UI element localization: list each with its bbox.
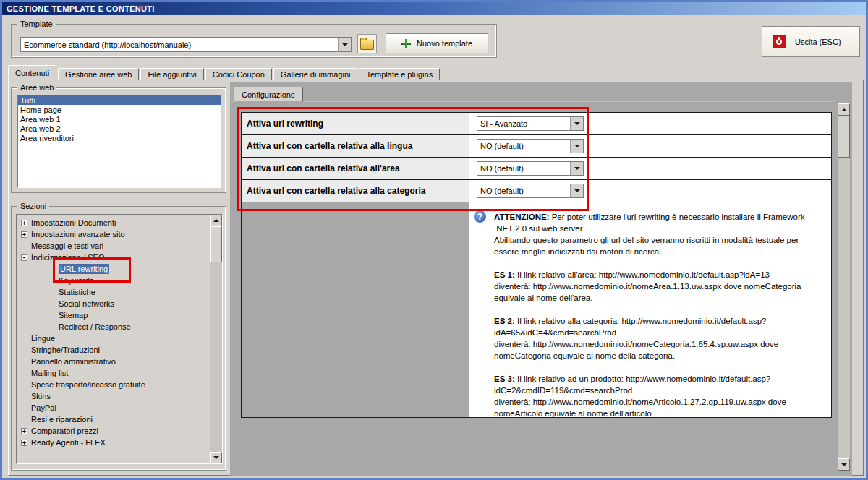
tab-label: Template e plugins	[366, 70, 433, 79]
tree-item-url-rewriting[interactable]: URL rewriting	[17, 263, 210, 275]
help-attention: ATTENZIONE: Per poter utilizzare l'url r…	[494, 211, 822, 257]
setting-row: Attiva url con cartella relativa all'are…	[242, 158, 831, 180]
scroll-up-button[interactable]	[838, 103, 850, 116]
scroll-up-button[interactable]	[210, 215, 222, 226]
expand-icon[interactable]: +	[21, 440, 27, 446]
tab-gestione-aree-web[interactable]: Gestione aree web	[58, 68, 139, 80]
setting-select-cartella-area[interactable]: NO (default)	[477, 161, 584, 176]
power-icon	[773, 35, 786, 48]
tab-gallerie-di-immagini[interactable]: Gallerie di immagini	[273, 68, 358, 80]
tree-item-label: URL rewriting	[59, 264, 109, 274]
setting-select-cartella-lingua[interactable]: NO (default)	[477, 139, 584, 153]
scroll-down-button[interactable]	[210, 452, 222, 463]
list-item-label: Area rivenditori	[20, 134, 74, 142]
chevron-down-icon[interactable]	[570, 162, 583, 175]
setting-value-cell: NO (default)	[469, 135, 831, 157]
help-panel: ? ATTENZIONE: Per poter utilizzare l'url…	[469, 202, 831, 417]
tree-item[interactable]: +Impostazioni avanzate sito	[17, 228, 210, 240]
scrollbar-thumb[interactable]	[210, 226, 222, 262]
exit-button[interactable]: Uscita (ESC)	[762, 26, 860, 57]
setting-value-cell: NO (default)	[469, 180, 831, 202]
sezioni-scrollbar[interactable]	[210, 215, 222, 463]
tree-item[interactable]: +Comparatori prezzi	[17, 425, 210, 437]
tree-item-label: Statistiche	[59, 288, 95, 296]
chevron-down-icon[interactable]	[570, 117, 583, 130]
tree-item[interactable]: +Impostazioni Documenti	[17, 217, 210, 228]
setting-value-cell: NO (default)	[469, 158, 831, 179]
template-select-value: Ecommerce standard (http://localhost/man…	[21, 38, 338, 51]
select-value: SI - Avanzato	[477, 117, 570, 130]
tree-item-label: Mailing list	[31, 369, 68, 377]
tree-item[interactable]: Social networks	[17, 298, 210, 309]
tree-item-label: Resi e riparazioni	[31, 415, 93, 424]
expand-icon[interactable]: +	[21, 231, 27, 238]
example-intro: Il link relativo alla categoria: http://…	[494, 317, 767, 337]
tree-item[interactable]: Pannello amministrativo	[17, 356, 210, 367]
template-group-label: Template	[17, 20, 56, 28]
tree-item[interactable]: Lingue	[17, 333, 210, 344]
tree-item[interactable]: Keywords	[17, 275, 210, 286]
tree-item[interactable]: Mailing list	[17, 367, 210, 379]
list-item-home-page[interactable]: Home page	[18, 105, 221, 114]
tree-item[interactable]: +Ready Agenti - FLEX	[17, 437, 210, 448]
tree-item-label: Pannello amministrativo	[31, 357, 116, 366]
scrollbar-vertical[interactable]	[838, 103, 850, 471]
chevron-down-icon[interactable]	[570, 184, 583, 197]
chevron-down-icon[interactable]	[570, 140, 583, 153]
help-example-1: ES 1: Il link relativo all'area: http://…	[494, 269, 822, 304]
tree-item-label: Spese trasporto/incasso gratuite	[31, 380, 145, 389]
expand-icon[interactable]: +	[21, 220, 27, 226]
tree-item[interactable]: Stringhe/Traduzioni	[17, 344, 210, 356]
workspace-divider	[231, 101, 835, 102]
tree-item[interactable]: Statistiche	[17, 286, 210, 298]
setting-row: Attiva url rewriting SI - Avanzato	[242, 113, 831, 135]
tree-item[interactable]: Resi e riparazioni	[17, 413, 210, 425]
folder-icon	[360, 40, 374, 50]
example-label: ES 2:	[494, 317, 515, 325]
list-item-area-web-2[interactable]: Area web 2	[18, 124, 221, 133]
example-result: diventerà: http://www.nomedominio.it/nom…	[494, 396, 822, 417]
example-result: diventerà: http://www.nomedominio.it/nom…	[494, 338, 822, 361]
new-template-button[interactable]: Nuovo template	[386, 33, 488, 53]
tab-contenuti[interactable]: Contenuti	[8, 65, 56, 80]
tree-item[interactable]: Skins	[17, 390, 210, 402]
setting-select-cartella-categoria[interactable]: NO (default)	[477, 184, 584, 198]
collapse-icon[interactable]: -	[21, 254, 27, 261]
tab-file-aggiuntivi[interactable]: File aggiuntivi	[140, 68, 203, 80]
chevron-down-icon[interactable]	[338, 38, 351, 51]
expand-icon[interactable]: +	[21, 428, 27, 434]
tree-item[interactable]: Sitemap	[17, 309, 210, 321]
setting-row: Attiva url con cartella relativa alla ca…	[242, 180, 831, 202]
title-bar[interactable]: GESTIONE TEMPLATE E CONTENUTI	[2, 2, 866, 15]
tree-item-label: Skins	[31, 392, 51, 400]
tab-codici-coupon[interactable]: Codici Coupon	[205, 68, 272, 80]
example-label: ES 3:	[494, 374, 515, 383]
tab-template-e-plugins[interactable]: Template e plugins	[359, 68, 440, 80]
setting-select-url-rewriting[interactable]: SI - Avanzato	[477, 116, 584, 131]
config-table: Attiva url rewriting SI - Avanzato Attiv…	[241, 112, 832, 418]
template-select[interactable]: Ecommerce standard (http://localhost/man…	[20, 37, 352, 52]
tree-item-label: Social networks	[59, 299, 114, 308]
list-item-area-rivenditori[interactable]: Area rivenditori	[18, 133, 221, 142]
tree-item-indicizzazione-seo[interactable]: -Indicizzazione / SEO	[17, 252, 210, 263]
open-folder-button[interactable]	[357, 34, 377, 53]
example-intro: Il link relativo ad un prodotto: http://…	[494, 374, 770, 395]
plus-icon	[401, 39, 411, 48]
tree-item[interactable]: PayPal	[17, 402, 210, 413]
tab-label: Gestione aree web	[65, 70, 132, 79]
help-note: Abilitando questo parametro gli url del …	[494, 234, 822, 257]
list-item-area-web-1[interactable]: Area web 1	[18, 114, 221, 124]
example-label: ES 1:	[494, 270, 515, 279]
setting-label: Attiva url rewriting	[242, 113, 469, 134]
list-item-label: Home page	[20, 106, 61, 114]
tree-item[interactable]: Redirect / Response	[17, 321, 210, 333]
scrollbar-thumb[interactable]	[838, 116, 850, 158]
list-item-tutti[interactable]: Tutti	[18, 95, 221, 105]
tree-item[interactable]: Messaggi e testi vari	[17, 240, 210, 252]
list-item-label: Area web 2	[20, 124, 61, 133]
select-value: NO (default)	[477, 184, 570, 197]
scroll-down-button[interactable]	[838, 458, 850, 471]
tree-item[interactable]: Spese trasporto/incasso gratuite	[17, 379, 210, 390]
tree-item-label: Indicizzazione / SEO	[31, 253, 105, 262]
tab-configurazione[interactable]: Configurazione	[234, 87, 303, 102]
